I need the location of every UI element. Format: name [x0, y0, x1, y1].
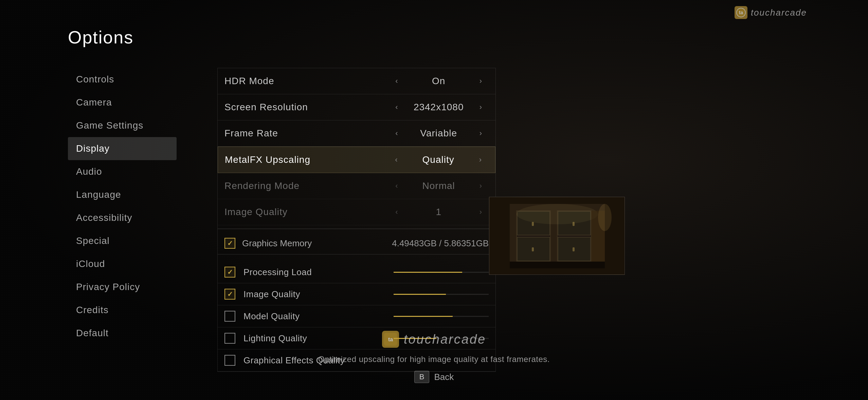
watermark-bottom: ta toucharcade — [382, 331, 486, 348]
back-key-indicator: B — [414, 371, 430, 383]
sidebar-item-display[interactable]: Display — [68, 137, 177, 160]
graphics-memory-value: 4.49483GB / 5.86351GB — [392, 238, 489, 249]
sidebar-item-controls[interactable]: Controls — [68, 68, 177, 91]
sidebar-item-credits[interactable]: Credits — [68, 299, 177, 322]
checkbox-row-model-quality: Model Quality — [218, 305, 495, 327]
setting-value-rendering-mode: Normal — [405, 180, 473, 191]
setting-row-rendering-mode: Rendering Mode ‹ Normal › — [218, 173, 495, 199]
watermark-top: ta toucharcade — [735, 6, 807, 19]
toucharcade-logo-bottom: ta — [382, 331, 399, 348]
svg-rect-11 — [532, 247, 534, 251]
setting-arrow-left-screen-resolution[interactable]: ‹ — [388, 103, 404, 112]
setting-label-metalfx-upscaling: MetalFX Upscaling — [225, 154, 388, 165]
toucharcade-name-bottom: toucharcade — [404, 332, 486, 347]
svg-point-17 — [598, 204, 612, 231]
bar-fill-image-quality — [394, 294, 446, 295]
svg-text:ta: ta — [388, 337, 393, 342]
graphics-memory-text: Graphics Memory — [242, 238, 312, 249]
setting-arrow-left-rendering-mode[interactable]: ‹ — [388, 182, 404, 190]
toucharcade-logo-icon: ta — [735, 6, 747, 19]
setting-row-metalfx-upscaling: MetalFX Upscaling ‹ Quality › — [218, 147, 495, 173]
svg-rect-13 — [573, 247, 575, 251]
checkbox-row-image-quality: ✓ Image Quality — [218, 283, 495, 305]
description-text: Optimized upscaling for high image quali… — [318, 355, 550, 364]
setting-arrow-left-frame-rate[interactable]: ‹ — [388, 129, 404, 138]
back-label: Back — [434, 372, 454, 382]
setting-arrow-left-image-quality[interactable]: ‹ — [388, 208, 404, 216]
setting-row-screen-resolution: Screen Resolution ‹ 2342x1080 › — [218, 94, 495, 120]
bottom-bar: ta toucharcade Optimized upscaling for h… — [0, 331, 868, 383]
bar-wrap-image-quality — [394, 294, 489, 295]
setting-label-hdr-mode: HDR Mode — [224, 76, 388, 87]
setting-value-hdr-mode: On — [405, 76, 473, 87]
sidebar-item-icloud[interactable]: iCloud — [68, 252, 177, 275]
bar-wrap-model-quality — [394, 316, 489, 317]
setting-arrow-left-hdr-mode[interactable]: ‹ — [388, 77, 404, 85]
checkbox-label-model-quality: Model Quality — [243, 311, 385, 322]
setting-row-hdr-mode: HDR Mode ‹ On › — [218, 68, 495, 94]
svg-point-14 — [517, 204, 598, 224]
graphics-memory-row: ✓ Graphics Memory 4.49483GB / 5.86351GB — [218, 232, 495, 254]
preview-inner — [489, 197, 625, 274]
check-mark: ✓ — [227, 290, 233, 298]
back-navigation: B Back — [414, 371, 454, 383]
toucharcade-name-top: toucharcade — [751, 7, 807, 18]
sidebar-item-special[interactable]: Special — [68, 229, 177, 252]
setting-label-frame-rate: Frame Rate — [224, 128, 388, 139]
setting-arrow-right-image-quality[interactable]: › — [473, 208, 489, 216]
page-title: Options — [68, 27, 800, 47]
setting-label-rendering-mode: Rendering Mode — [224, 180, 388, 191]
checkbox-model-quality[interactable] — [224, 311, 235, 322]
bar-fill-processing-load — [394, 272, 462, 273]
setting-label-screen-resolution: Screen Resolution — [224, 102, 388, 113]
graphics-memory-checkbox[interactable]: ✓ — [224, 238, 235, 249]
sidebar-item-audio[interactable]: Audio — [68, 160, 177, 183]
setting-arrow-right-hdr-mode[interactable]: › — [473, 77, 489, 85]
sidebar-item-language[interactable]: Language — [68, 183, 177, 206]
setting-value-frame-rate: Variable — [405, 128, 473, 139]
setting-value-image-quality: 1 — [405, 207, 473, 217]
setting-value-screen-resolution: 2342x1080 — [405, 102, 473, 113]
setting-arrow-left-metalfx-upscaling[interactable]: ‹ — [388, 155, 404, 164]
settings-separator — [218, 229, 495, 229]
setting-label-image-quality: Image Quality — [224, 207, 388, 217]
setting-arrow-right-rendering-mode[interactable]: › — [473, 182, 489, 190]
sidebar-item-game-settings[interactable]: Game Settings — [68, 114, 177, 137]
graphics-memory-label: ✓ Graphics Memory — [224, 238, 392, 249]
setting-value-metalfx-upscaling: Quality — [404, 154, 472, 165]
svg-rect-15 — [510, 262, 605, 268]
checkbox-row-processing-load: ✓ Processing Load — [218, 261, 495, 283]
setting-row-image-quality: Image Quality ‹ 1 › — [218, 199, 495, 225]
svg-text:ta: ta — [739, 10, 743, 15]
svg-rect-10 — [532, 222, 534, 226]
settings-list: HDR Mode ‹ On › Screen Resolution ‹ 2342… — [218, 68, 495, 225]
sidebar-item-accessibility[interactable]: Accessibility — [68, 206, 177, 229]
sidebar-item-camera[interactable]: Camera — [68, 91, 177, 114]
setting-arrow-right-frame-rate[interactable]: › — [473, 129, 489, 138]
bar-fill-model-quality — [394, 316, 453, 317]
preview-image — [489, 197, 625, 275]
checkbox-label-processing-load: Processing Load — [243, 267, 385, 278]
bar-wrap-processing-load — [394, 272, 489, 273]
checkbox-processing-load[interactable]: ✓ — [224, 267, 235, 278]
setting-arrow-right-metalfx-upscaling[interactable]: › — [472, 155, 488, 164]
checkbox-label-image-quality: Image Quality — [243, 289, 385, 300]
sidebar-item-privacy-policy[interactable]: Privacy Policy — [68, 275, 177, 299]
check-mark: ✓ — [227, 268, 233, 276]
setting-row-frame-rate: Frame Rate ‹ Variable › — [218, 120, 495, 147]
setting-arrow-right-screen-resolution[interactable]: › — [473, 103, 489, 112]
checkbox-image-quality[interactable]: ✓ — [224, 289, 235, 300]
settings-panel-border: HDR Mode ‹ On › Screen Resolution ‹ 2342… — [217, 68, 496, 372]
check-mark: ✓ — [227, 239, 233, 247]
